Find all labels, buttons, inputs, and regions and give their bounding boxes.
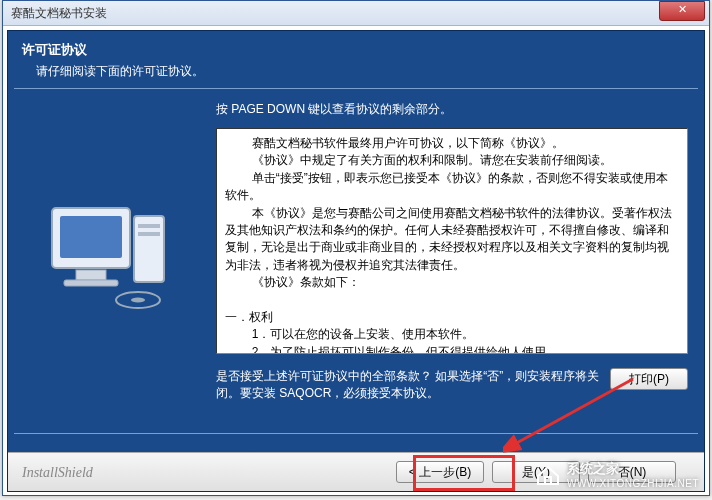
- print-button[interactable]: 打印(P): [610, 368, 688, 390]
- accept-question: 是否接受上述许可证协议中的全部条款？ 如果选择“否”，则安装程序将关闭。要安装 …: [216, 368, 600, 402]
- svg-point-8: [131, 298, 145, 303]
- footer-divider: [14, 433, 698, 434]
- window-title: 赛酷文档秘书安装: [11, 5, 107, 22]
- pagedown-hint: 按 PAGE DOWN 键以查看协议的剩余部分。: [216, 101, 688, 118]
- computer-icon: [38, 194, 178, 324]
- svg-rect-6: [138, 232, 160, 236]
- svg-rect-1: [60, 216, 122, 258]
- accept-question-row: 是否接受上述许可证协议中的全部条款？ 如果选择“否”，则安装程序将关闭。要安装 …: [216, 368, 688, 402]
- installshield-brand: InstallShield: [22, 465, 93, 481]
- button-bar: InstallShield < 上一步(B) 是(Y) 否(N): [8, 452, 704, 491]
- header-subtitle: 请仔细阅读下面的许可证协议。: [22, 63, 690, 80]
- close-button[interactable]: ✕: [659, 1, 705, 21]
- wizard-body: 许可证协议 请仔细阅读下面的许可证协议。 按 PAGE DOW: [7, 30, 705, 492]
- sidebar-graphic: [8, 89, 208, 429]
- license-pane: 按 PAGE DOWN 键以查看协议的剩余部分。 赛酷文档秘书软件最终用户许可协…: [208, 89, 704, 429]
- no-button[interactable]: 否(N): [588, 461, 676, 483]
- yes-button[interactable]: 是(Y): [492, 461, 580, 483]
- close-icon: ✕: [678, 3, 687, 15]
- svg-rect-2: [76, 270, 106, 280]
- back-button[interactable]: < 上一步(B): [396, 461, 484, 483]
- content-area: 按 PAGE DOWN 键以查看协议的剩余部分。 赛酷文档秘书软件最终用户许可协…: [8, 89, 704, 429]
- license-textbox[interactable]: 赛酷文档秘书软件最终用户许可协议，以下简称《协议》。 《协议》中规定了有关方面的…: [216, 128, 688, 354]
- svg-rect-5: [138, 224, 160, 228]
- svg-rect-3: [64, 280, 118, 286]
- titlebar: 赛酷文档秘书安装 ✕: [3, 1, 709, 26]
- wizard-header: 许可证协议 请仔细阅读下面的许可证协议。: [8, 31, 704, 88]
- installer-window: 赛酷文档秘书安装 ✕ 许可证协议 请仔细阅读下面的许可证协议。: [2, 0, 710, 496]
- header-title: 许可证协议: [22, 41, 690, 59]
